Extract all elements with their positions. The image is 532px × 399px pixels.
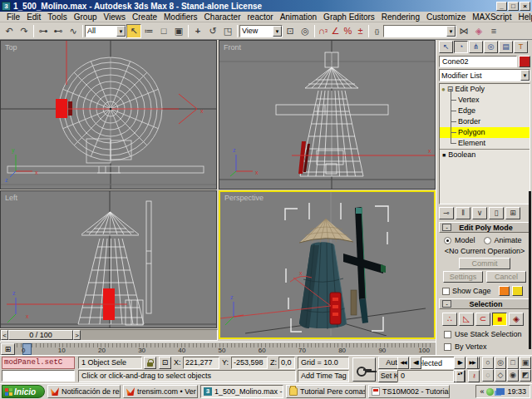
time-slider-handle[interactable]: 0 / 100	[8, 330, 73, 340]
maxscript-listener-white[interactable]	[2, 370, 75, 382]
zoom-all-icon[interactable]: ◎	[495, 357, 506, 369]
selection-filter-dropdown[interactable]: All ▼	[85, 25, 126, 37]
menu-item[interactable]: Help	[515, 12, 532, 22]
menu-item[interactable]: Modifiers	[160, 12, 201, 22]
set-keys-button[interactable]	[352, 357, 376, 382]
stack-item-edge[interactable]: Edge	[440, 106, 530, 116]
mirror-icon[interactable]: ⋈	[456, 24, 471, 38]
select-manipulate-icon[interactable]: ◎	[298, 24, 313, 38]
command-panel-scrollbar[interactable]	[529, 191, 531, 349]
maxscript-mini-listener[interactable]: modPanel.setC	[2, 357, 75, 369]
lightbulb-icon[interactable]: ●	[441, 84, 446, 95]
menu-item[interactable]: Rendering	[378, 12, 423, 22]
menu-item[interactable]: Character	[201, 12, 244, 22]
undo-icon[interactable]: ↶	[2, 24, 17, 38]
menu-item[interactable]: Customize	[423, 12, 469, 22]
taskbar-task-3-active[interactable]: 3 1_500_Molino.max - ...	[200, 385, 283, 398]
menu-item[interactable]: Edit	[23, 12, 44, 22]
viewport-label[interactable]: Left	[5, 194, 18, 202]
stack-item-vertex[interactable]: Vertex	[440, 95, 530, 106]
menu-item[interactable]: Animation	[277, 12, 320, 22]
z-coordinate-field[interactable]: 0,0	[278, 357, 295, 369]
angle-snap-icon[interactable]: ∠	[329, 24, 342, 38]
zoom-extents-all-icon[interactable]: ▣	[520, 357, 531, 369]
key-mode-toggle-button[interactable]: ⚷	[468, 370, 480, 382]
bind-spacewarp-icon[interactable]: ∿	[66, 24, 81, 38]
redo-icon[interactable]: ↷	[17, 24, 32, 38]
settings-button[interactable]: Settings	[443, 271, 483, 283]
menu-item[interactable]: Views	[101, 12, 130, 22]
pan-icon[interactable]: ◇	[495, 369, 506, 382]
menu-item[interactable]: Group	[71, 12, 101, 22]
menu-item[interactable]: MAXScript	[469, 12, 515, 22]
edge-subobject-icon[interactable]: ◺	[459, 313, 474, 326]
snap-toggle-icon[interactable]: ∩3	[317, 24, 329, 38]
zoom-icon[interactable]: ○	[482, 357, 494, 369]
current-frame-field[interactable]: 0	[397, 370, 454, 382]
region-zoom-icon[interactable]: ◌	[482, 369, 494, 382]
cancel-button[interactable]: Cancel	[486, 271, 526, 283]
named-selection-dropdown[interactable]: ▼	[383, 25, 456, 37]
layer-manager-icon[interactable]: ≡	[486, 24, 501, 38]
configure-modifier-sets-icon[interactable]: ⊞	[505, 207, 520, 219]
animate-radio[interactable]	[484, 237, 491, 244]
chevron-down-icon[interactable]: ▼	[446, 26, 456, 37]
close-button[interactable]: ×	[520, 2, 530, 11]
keyboard-override-icon[interactable]: {}	[371, 24, 383, 38]
stack-item-boolean[interactable]: ■ Boolean	[440, 149, 530, 160]
tray-collapse-chevron[interactable]: «	[480, 387, 484, 396]
start-button[interactable]: Inicio	[2, 385, 45, 398]
element-subobject-icon[interactable]: ◈	[509, 313, 524, 326]
align-icon[interactable]: ◈	[471, 24, 486, 38]
taskbar-task-1[interactable]: Notificación de respuest...	[47, 385, 121, 398]
messenger-icon[interactable]	[486, 388, 494, 396]
arc-rotate-icon[interactable]: ◉	[507, 369, 519, 382]
move-icon[interactable]: +	[190, 24, 205, 38]
min-max-toggle-icon[interactable]: ◩	[520, 369, 531, 382]
collapse-icon[interactable]: -	[442, 300, 451, 308]
title-bar[interactable]: 3 1_500_Molino.max - Autodesk 3ds Max 8 …	[0, 0, 532, 12]
reference-coordsys-dropdown[interactable]: View ▼	[239, 25, 283, 37]
scale-icon[interactable]: ◳	[220, 24, 235, 38]
collapse-icon[interactable]: -	[442, 224, 451, 231]
border-subobject-icon[interactable]: ⊂	[475, 313, 490, 326]
tab-motion-icon[interactable]: ◎	[484, 41, 498, 53]
frame-spinner[interactable]: ▴▾	[456, 370, 465, 382]
show-cage-checkbox[interactable]	[442, 288, 450, 295]
tab-create-icon[interactable]: ↖	[439, 41, 453, 53]
stack-item-border[interactable]: Border	[440, 116, 530, 127]
next-frame-arrow[interactable]: >	[73, 330, 81, 340]
stack-item-element[interactable]: Element	[440, 138, 530, 149]
pin-stack-icon[interactable]: ⊸	[439, 207, 454, 219]
modifier-list-dropdown[interactable]: Modifier List ▼	[439, 69, 530, 81]
cage-color-swatch[interactable]	[499, 286, 510, 296]
select-by-name-icon[interactable]: ≔	[141, 24, 156, 38]
viewport-left[interactable]: Left z x	[0, 190, 217, 328]
previous-frame-button[interactable]: ◀▮	[410, 357, 421, 369]
go-to-start-button[interactable]: ◀◀	[397, 357, 409, 369]
chevron-down-icon[interactable]: ▼	[520, 70, 530, 81]
rectangular-region-icon[interactable]: □	[156, 24, 171, 38]
menu-item[interactable]: Create	[129, 12, 160, 22]
menu-item[interactable]: Graph Editors	[320, 12, 378, 22]
previous-frame-arrow[interactable]: <	[1, 330, 8, 340]
add-time-tag[interactable]: Add Time Tag	[298, 370, 349, 382]
chevron-down-icon[interactable]: ▼	[116, 26, 126, 37]
select-link-icon[interactable]: ⊶	[36, 24, 51, 38]
select-object-icon[interactable]: ↖	[126, 24, 141, 38]
commit-button[interactable]: Commit	[459, 258, 510, 269]
rotate-icon[interactable]: ↺	[205, 24, 220, 38]
tab-utilities-icon[interactable]: T	[514, 41, 528, 53]
vertex-subobject-icon[interactable]: ∴	[442, 313, 457, 326]
viewport-label[interactable]: Perspective	[224, 194, 264, 202]
taskbar-task-4[interactable]: Tutorial Pere comas 3d	[286, 385, 366, 398]
model-radio[interactable]	[444, 237, 451, 244]
viewport-perspective[interactable]: x Perspective z	[219, 190, 436, 339]
stack-item-polygon-selected[interactable]: Polygon	[440, 127, 530, 138]
open-trackview-button[interactable]: ⊞	[1, 343, 15, 355]
tab-display-icon[interactable]: ▤	[499, 41, 513, 53]
network-icon[interactable]	[496, 388, 505, 395]
track-bar[interactable]: ⊞ 0102030405060708090100	[0, 342, 436, 355]
menu-item[interactable]: reactor	[244, 12, 277, 22]
x-coordinate-field[interactable]: 221,277	[183, 357, 219, 369]
